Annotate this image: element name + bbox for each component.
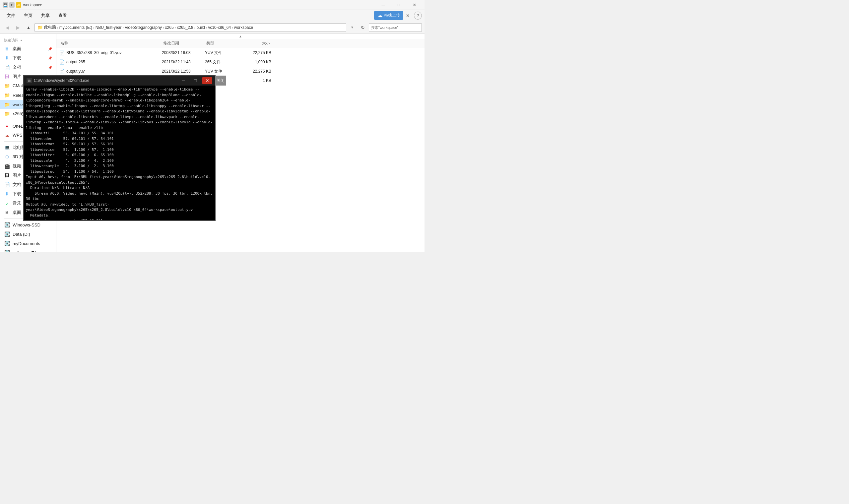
sidebar-item-downloads[interactable]: ⬇ 下载 📌 bbox=[0, 53, 56, 63]
sidebar-item-softwareF[interactable]: 💽 software (F:) bbox=[0, 248, 56, 252]
file-date-yuv1: 2003/3/21 16:03 bbox=[162, 50, 205, 55]
onedrive-icon: ● bbox=[4, 123, 10, 129]
file-type-yuv1: YUV 文件 bbox=[205, 50, 238, 56]
window-title: workspace bbox=[23, 3, 42, 7]
menu-view[interactable]: 查看 bbox=[54, 11, 71, 20]
save-icon: 💾 bbox=[3, 2, 8, 7]
file-label-yuv1: BUS_352x288_30_orig_01.yuv bbox=[66, 50, 121, 55]
menu-home[interactable]: 主页 bbox=[20, 11, 36, 20]
scroll-up-indicator[interactable]: ▲ bbox=[56, 34, 424, 39]
3d-icon: ⬡ bbox=[4, 154, 10, 160]
documents-icon2: 📄 bbox=[4, 182, 10, 188]
title-controls: ─ □ ✕ bbox=[376, 0, 422, 10]
table-row[interactable]: 📄 BUS_352x288_30_orig_01.yuv 2003/3/21 1… bbox=[56, 48, 424, 57]
wps-icon: ☁ bbox=[4, 132, 10, 138]
cmd-output: luray --enable-libbs2b --enable-libcaca … bbox=[26, 87, 213, 220]
quick-access-header[interactable]: 快速访问 bbox=[0, 36, 56, 44]
file-size-yuv1: 22,275 KB bbox=[238, 50, 271, 55]
address-box[interactable]: 📁 此电脑 › myDocuments (E:) › NBU_first-yea… bbox=[35, 23, 346, 32]
minimize-button[interactable]: ─ bbox=[376, 0, 391, 10]
main-content: 快速访问 🖥 桌面 📌 ⬇ 下载 📌 📄 文档 📌 🖼 图片 📌 bbox=[0, 34, 424, 252]
chevron-down-icon: ▼ bbox=[350, 25, 354, 29]
cmd-panel-close[interactable]: 关闭 bbox=[215, 76, 226, 86]
addr-workspace[interactable]: workspace bbox=[234, 25, 253, 30]
baidu-label: 拖拽上传 bbox=[384, 13, 400, 18]
file-name-yuv1: 📄 BUS_352x288_30_orig_01.yuv bbox=[59, 50, 162, 55]
sidebar-label-desktop: 桌面 bbox=[13, 46, 46, 52]
maximize-button[interactable]: □ bbox=[391, 0, 406, 10]
cmd-window: ⊞ C:\Windows\system32\cmd.exe ─ □ ✕ 关闭 l… bbox=[23, 75, 216, 221]
addr-video[interactable]: VideoSteganography bbox=[125, 25, 162, 30]
sidebar-item-desktop[interactable]: 🖥 桌面 📌 bbox=[0, 44, 56, 53]
ssd-icon: 💽 bbox=[4, 222, 10, 228]
table-row[interactable]: 📄 output.265 2021/3/22 11:43 265 文件 1,09… bbox=[56, 57, 424, 67]
cmd-maximize-button[interactable]: □ bbox=[191, 77, 200, 84]
myDocs-icon: 💽 bbox=[4, 240, 10, 246]
menu-bar: 文件 主页 共享 查看 ☁ 拖拽上传 ✕ ? bbox=[0, 10, 424, 21]
sidebar-item-myDocs[interactable]: 💽 myDocuments bbox=[0, 239, 56, 248]
sidebar-item-dataD[interactable]: 💽 Data (D:) bbox=[0, 230, 56, 239]
cmd-icon: ⊞ bbox=[26, 78, 32, 83]
file-header: 名称 修改日期 类型 大小 bbox=[56, 39, 424, 48]
col-header-size[interactable]: 大小 bbox=[238, 40, 271, 46]
addr-pc[interactable]: 此电脑 bbox=[44, 24, 56, 30]
address-folder-icon: 📁 bbox=[37, 25, 43, 30]
undo-icon: ↩ bbox=[9, 2, 15, 7]
addr-build[interactable]: build bbox=[196, 25, 205, 30]
addr-x265-28[interactable]: x265_2.8 bbox=[177, 25, 193, 30]
pin-icon3: 📌 bbox=[48, 66, 52, 69]
pin-icon2: 📌 bbox=[48, 56, 52, 60]
addr-x265[interactable]: x265 bbox=[165, 25, 174, 30]
dataD-icon: 💽 bbox=[4, 231, 10, 237]
panel-close-button[interactable]: ✕ bbox=[404, 12, 412, 20]
cmd-close-button[interactable]: ✕ bbox=[202, 77, 212, 84]
folder-icon: 📁 bbox=[16, 2, 21, 7]
addr-vc10[interactable]: vc10-x86_64 bbox=[208, 25, 231, 30]
refresh-button[interactable]: ↻ bbox=[358, 23, 367, 32]
cmd-title: C:\Windows\system32\cmd.exe bbox=[34, 78, 177, 83]
search-input[interactable] bbox=[371, 25, 419, 30]
sidebar-label-ssd: Windows-SSD bbox=[13, 222, 52, 228]
address-bar: ◀ ▶ ▲ 📁 此电脑 › myDocuments (E:) › NBU_fir… bbox=[0, 21, 424, 34]
search-box[interactable] bbox=[369, 23, 422, 32]
download-icon: ⬇ bbox=[4, 55, 10, 61]
sidebar-label-dataD: Data (D:) bbox=[13, 232, 52, 237]
back-button[interactable]: ◀ bbox=[3, 23, 12, 32]
sidebar-label-downloads: 下载 bbox=[13, 55, 46, 61]
forward-button[interactable]: ▶ bbox=[13, 23, 22, 32]
file-type-yuv2: YUV 文件 bbox=[205, 69, 238, 74]
desktop-icon: 🖥 bbox=[4, 46, 10, 52]
cmd-minimize-button[interactable]: ─ bbox=[178, 77, 188, 84]
documents-icon: 📄 bbox=[4, 64, 10, 70]
title-bar: 💾 ↩ 📁 workspace ─ □ ✕ bbox=[0, 0, 424, 10]
menu-file[interactable]: 文件 bbox=[3, 11, 19, 20]
cmd-content: luray --enable-libbs2b --enable-libcaca … bbox=[24, 86, 215, 220]
pictures-icon: 🖼 bbox=[4, 173, 10, 178]
x265-icon: 📁 bbox=[4, 111, 10, 117]
help-button[interactable]: ? bbox=[414, 12, 422, 20]
title-bar-icons: 💾 ↩ 📁 bbox=[3, 2, 21, 7]
file-date-265: 2021/3/22 11:43 bbox=[162, 60, 205, 64]
file-size-txt: 1 KB bbox=[238, 78, 271, 83]
file-name-yuv2: 📄 output.yuv bbox=[59, 69, 162, 74]
baidu-upload-button[interactable]: ☁ 拖拽上传 bbox=[374, 11, 403, 20]
col-header-date[interactable]: 修改日期 bbox=[162, 40, 205, 46]
table-row[interactable]: 📄 output.yuv 2021/3/22 11:53 YUV 文件 22,2… bbox=[56, 67, 424, 76]
addr-mydocs[interactable]: myDocuments (E:) bbox=[59, 25, 92, 30]
desk2-icon: 🖥 bbox=[4, 210, 10, 216]
workspace-icon: 📁 bbox=[4, 102, 10, 107]
sidebar-item-docs[interactable]: 📄 文档 📌 bbox=[0, 63, 56, 72]
close-button[interactable]: ✕ bbox=[407, 0, 422, 10]
up-button[interactable]: ▲ bbox=[24, 23, 33, 32]
file-label-265: output.265 bbox=[66, 60, 85, 64]
dropdown-button[interactable]: ▼ bbox=[347, 23, 357, 32]
cmd-title-bar: ⊞ C:\Windows\system32\cmd.exe ─ □ ✕ 关闭 bbox=[24, 76, 215, 86]
pc-icon: 💻 bbox=[4, 145, 10, 150]
release-icon: 📁 bbox=[4, 92, 10, 98]
col-header-type[interactable]: 类型 bbox=[205, 40, 238, 46]
col-header-name[interactable]: 名称 bbox=[59, 40, 162, 46]
sidebar-item-winSSD[interactable]: 💽 Windows-SSD bbox=[0, 220, 56, 230]
menu-share[interactable]: 共享 bbox=[37, 11, 54, 20]
addr-nbu[interactable]: NBU_first-year bbox=[95, 25, 122, 30]
file-date-yuv2: 2021/3/22 11:53 bbox=[162, 69, 205, 74]
